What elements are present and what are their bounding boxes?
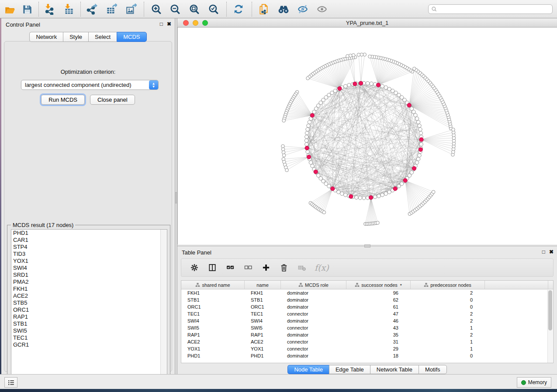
select-all-icon[interactable] bbox=[225, 262, 235, 273]
export-table-icon[interactable] bbox=[105, 3, 118, 15]
column-header-name[interactable]: name bbox=[245, 281, 281, 289]
table-row[interactable]: RAP1RAP1dominator352 bbox=[181, 331, 553, 338]
table-cell: 1 bbox=[411, 325, 485, 330]
mcds-node-item[interactable]: TID3 bbox=[11, 251, 167, 258]
optimization-label: Optimization criterion: bbox=[4, 69, 172, 75]
save-icon[interactable] bbox=[21, 3, 34, 15]
search-input[interactable] bbox=[437, 6, 552, 12]
mcds-result-list[interactable]: PHD1CAR1STP4TID3YOX1SWI4SRD1PMA2FKH1ACE2… bbox=[11, 229, 167, 386]
task-history-button[interactable] bbox=[4, 377, 17, 388]
add-icon[interactable] bbox=[261, 262, 271, 273]
table-cell: SWI5 bbox=[181, 325, 245, 330]
function-icon: f(x) bbox=[315, 263, 329, 272]
mcds-node-item[interactable]: SWI5 bbox=[11, 327, 167, 334]
column-header-predecessor-nodes[interactable]: predecessor nodes bbox=[411, 281, 485, 289]
table-cell: dominator bbox=[281, 318, 346, 323]
sort-chevron-icon[interactable]: ▾ bbox=[400, 283, 402, 287]
search-box[interactable] bbox=[428, 4, 553, 14]
table-row[interactable]: STB1STB1dominator620 bbox=[181, 296, 553, 303]
mcds-node-item[interactable]: YOX1 bbox=[11, 258, 167, 265]
tab-network-table[interactable]: Network Table bbox=[370, 365, 419, 374]
table-cell: 61 bbox=[346, 304, 411, 309]
memory-button[interactable]: Memory bbox=[517, 377, 551, 388]
table-row[interactable]: ORC1ORC1dominator610 bbox=[181, 303, 553, 310]
export-network-icon[interactable] bbox=[85, 3, 98, 15]
mcds-node-item[interactable]: ORC1 bbox=[11, 306, 167, 313]
refresh-icon[interactable] bbox=[232, 3, 245, 15]
zoom-selected-icon[interactable] bbox=[207, 3, 220, 15]
gear-icon[interactable] bbox=[189, 262, 200, 273]
close-panel-button[interactable]: Close panel bbox=[90, 95, 135, 105]
toolbar-separator bbox=[38, 2, 39, 17]
close-icon[interactable]: ✖ bbox=[549, 249, 554, 255]
binoculars-icon[interactable] bbox=[277, 3, 290, 15]
table-row[interactable]: ACE2ACE2connector311 bbox=[181, 338, 553, 345]
close-icon[interactable]: ✖ bbox=[167, 21, 171, 27]
table-cell: 0 bbox=[411, 304, 485, 309]
mcds-node-item[interactable]: ACE2 bbox=[11, 292, 167, 299]
tab-edge-table[interactable]: Edge Table bbox=[329, 365, 370, 374]
hide-details-icon[interactable] bbox=[296, 3, 309, 15]
float-icon[interactable]: □ bbox=[542, 249, 545, 255]
tab-select[interactable]: Select bbox=[88, 32, 117, 42]
import-network-icon[interactable] bbox=[42, 3, 55, 15]
table-row[interactable]: SWI5SWI5connector431 bbox=[181, 324, 553, 331]
table-cell: 1 bbox=[411, 346, 485, 351]
import-table-icon[interactable] bbox=[62, 3, 75, 15]
mcds-node-item[interactable]: PMA2 bbox=[11, 279, 167, 285]
network-canvas[interactable] bbox=[178, 28, 557, 244]
node-table: shared namenameMCDS rolesuccessor nodes▾… bbox=[181, 280, 554, 363]
float-icon[interactable]: □ bbox=[160, 21, 163, 27]
table-row[interactable]: SWI4SWI4dominator462 bbox=[181, 317, 553, 324]
table-row[interactable]: FKH1FKH1dominator962 bbox=[181, 289, 553, 296]
mcds-node-item[interactable]: STP4 bbox=[11, 244, 167, 251]
column-header-successor-nodes[interactable]: successor nodes▾ bbox=[346, 281, 411, 289]
column-label: name bbox=[256, 282, 269, 288]
export-image-icon[interactable] bbox=[125, 3, 138, 15]
splitter-grip[interactable] bbox=[175, 192, 177, 203]
table-scrollbar[interactable] bbox=[547, 290, 553, 363]
deselect-all-icon[interactable] bbox=[243, 262, 253, 273]
optimization-dropdown[interactable]: largest connected component (undirected)… bbox=[21, 80, 159, 90]
table-cell: dominator bbox=[281, 304, 346, 309]
mcds-node-item[interactable]: CAR1 bbox=[11, 237, 167, 244]
zoom-fit-icon[interactable] bbox=[188, 3, 201, 15]
open-folder-icon[interactable] bbox=[3, 3, 16, 15]
column-header-empty bbox=[485, 281, 548, 289]
mcds-node-item[interactable]: GCR1 bbox=[11, 341, 167, 348]
mcds-result-title: MCDS result (17 nodes) bbox=[11, 222, 75, 228]
mcds-node-item[interactable]: TEC1 bbox=[11, 334, 167, 341]
table-cell: SWI4 bbox=[181, 318, 245, 323]
mcds-node-item[interactable]: RAP1 bbox=[11, 313, 167, 320]
mcds-node-item[interactable]: SRD1 bbox=[11, 272, 167, 279]
status-bar: Memory bbox=[0, 374, 557, 389]
node-table-body: FKH1FKH1dominator962STB1STB1dominator620… bbox=[181, 289, 553, 359]
table-row[interactable]: TEC1TEC1connector472 bbox=[181, 310, 553, 317]
network-window-titlebar[interactable]: YPA_prune.txt_1 bbox=[177, 18, 557, 28]
table-row[interactable]: YOX1YOX1connector291 bbox=[181, 345, 553, 352]
run-mcds-button[interactable]: Run MCDS bbox=[41, 95, 85, 105]
zoom-in-icon[interactable] bbox=[150, 3, 163, 15]
table-row[interactable]: PHD1PHD1dominator180 bbox=[181, 352, 553, 359]
vertical-splitter[interactable] bbox=[175, 18, 177, 389]
table-scrollbar-thumb[interactable] bbox=[548, 290, 552, 330]
doc-share-icon[interactable] bbox=[257, 3, 270, 15]
table-cell: 0 bbox=[411, 297, 485, 303]
columns-icon[interactable] bbox=[207, 262, 218, 273]
table-panel-title: Table Panel bbox=[182, 249, 211, 256]
delete-icon[interactable] bbox=[279, 262, 289, 273]
column-header-shared-name[interactable]: shared name bbox=[181, 281, 245, 289]
mcds-node-item[interactable]: STB5 bbox=[11, 299, 167, 306]
mcds-node-item[interactable]: PHD1 bbox=[11, 230, 167, 237]
zoom-out-icon[interactable] bbox=[169, 3, 182, 15]
mcds-node-item[interactable]: FKH1 bbox=[11, 285, 167, 292]
column-header-MCDS-role[interactable]: MCDS role bbox=[281, 281, 346, 289]
tab-style[interactable]: Style bbox=[63, 32, 88, 42]
tab-mcds[interactable]: MCDS bbox=[117, 32, 146, 42]
mcds-node-item[interactable]: SWI4 bbox=[11, 265, 167, 272]
tab-node-table[interactable]: Node Table bbox=[287, 365, 329, 374]
mcds-list-scrollbar[interactable] bbox=[160, 230, 167, 386]
tab-network[interactable]: Network bbox=[29, 32, 63, 42]
mcds-node-item[interactable]: STB1 bbox=[11, 320, 167, 327]
tab-motifs[interactable]: Motifs bbox=[419, 365, 447, 374]
